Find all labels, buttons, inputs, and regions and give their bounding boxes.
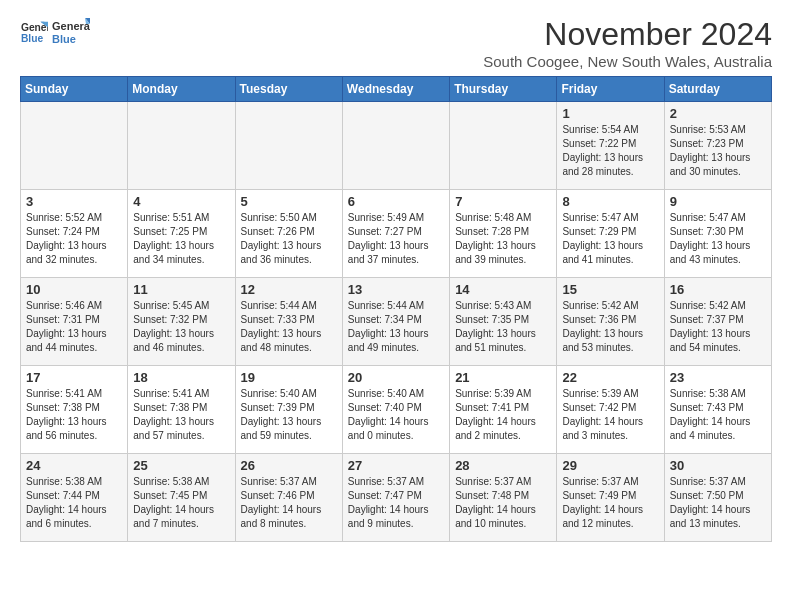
- day-cell: 18Sunrise: 5:41 AM Sunset: 7:38 PM Dayli…: [128, 366, 235, 454]
- day-info: Sunrise: 5:38 AM Sunset: 7:45 PM Dayligh…: [133, 475, 229, 531]
- day-number: 8: [562, 194, 658, 209]
- day-number: 15: [562, 282, 658, 297]
- day-info: Sunrise: 5:49 AM Sunset: 7:27 PM Dayligh…: [348, 211, 444, 267]
- day-info: Sunrise: 5:52 AM Sunset: 7:24 PM Dayligh…: [26, 211, 122, 267]
- day-cell: 21Sunrise: 5:39 AM Sunset: 7:41 PM Dayli…: [450, 366, 557, 454]
- day-info: Sunrise: 5:42 AM Sunset: 7:37 PM Dayligh…: [670, 299, 766, 355]
- day-info: Sunrise: 5:51 AM Sunset: 7:25 PM Dayligh…: [133, 211, 229, 267]
- header-cell-friday: Friday: [557, 77, 664, 102]
- day-cell: 29Sunrise: 5:37 AM Sunset: 7:49 PM Dayli…: [557, 454, 664, 542]
- calendar: SundayMondayTuesdayWednesdayThursdayFrid…: [20, 76, 772, 542]
- logo: General Blue General Blue: [20, 16, 90, 48]
- day-cell: 13Sunrise: 5:44 AM Sunset: 7:34 PM Dayli…: [342, 278, 449, 366]
- day-number: 25: [133, 458, 229, 473]
- week-row: 17Sunrise: 5:41 AM Sunset: 7:38 PM Dayli…: [21, 366, 772, 454]
- title-area: November 2024 South Coogee, New South Wa…: [483, 16, 772, 70]
- day-info: Sunrise: 5:39 AM Sunset: 7:41 PM Dayligh…: [455, 387, 551, 443]
- day-cell: 27Sunrise: 5:37 AM Sunset: 7:47 PM Dayli…: [342, 454, 449, 542]
- day-info: Sunrise: 5:53 AM Sunset: 7:23 PM Dayligh…: [670, 123, 766, 179]
- month-title: November 2024: [483, 16, 772, 53]
- day-cell: [128, 102, 235, 190]
- day-number: 27: [348, 458, 444, 473]
- header: General Blue General Blue November 2024 …: [20, 16, 772, 70]
- logo-graphic: General Blue: [52, 16, 90, 48]
- day-number: 17: [26, 370, 122, 385]
- day-number: 3: [26, 194, 122, 209]
- logo-icon: General Blue: [20, 18, 48, 46]
- header-row: SundayMondayTuesdayWednesdayThursdayFrid…: [21, 77, 772, 102]
- week-row: 10Sunrise: 5:46 AM Sunset: 7:31 PM Dayli…: [21, 278, 772, 366]
- day-info: Sunrise: 5:44 AM Sunset: 7:34 PM Dayligh…: [348, 299, 444, 355]
- day-cell: [21, 102, 128, 190]
- day-info: Sunrise: 5:41 AM Sunset: 7:38 PM Dayligh…: [133, 387, 229, 443]
- week-row: 24Sunrise: 5:38 AM Sunset: 7:44 PM Dayli…: [21, 454, 772, 542]
- day-cell: 4Sunrise: 5:51 AM Sunset: 7:25 PM Daylig…: [128, 190, 235, 278]
- day-number: 12: [241, 282, 337, 297]
- day-info: Sunrise: 5:50 AM Sunset: 7:26 PM Dayligh…: [241, 211, 337, 267]
- day-number: 24: [26, 458, 122, 473]
- day-cell: 23Sunrise: 5:38 AM Sunset: 7:43 PM Dayli…: [664, 366, 771, 454]
- subtitle: South Coogee, New South Wales, Australia: [483, 53, 772, 70]
- day-info: Sunrise: 5:38 AM Sunset: 7:43 PM Dayligh…: [670, 387, 766, 443]
- day-number: 26: [241, 458, 337, 473]
- week-row: 1Sunrise: 5:54 AM Sunset: 7:22 PM Daylig…: [21, 102, 772, 190]
- day-number: 1: [562, 106, 658, 121]
- day-cell: 7Sunrise: 5:48 AM Sunset: 7:28 PM Daylig…: [450, 190, 557, 278]
- day-cell: 24Sunrise: 5:38 AM Sunset: 7:44 PM Dayli…: [21, 454, 128, 542]
- header-cell-saturday: Saturday: [664, 77, 771, 102]
- day-number: 29: [562, 458, 658, 473]
- header-cell-wednesday: Wednesday: [342, 77, 449, 102]
- day-number: 4: [133, 194, 229, 209]
- day-info: Sunrise: 5:44 AM Sunset: 7:33 PM Dayligh…: [241, 299, 337, 355]
- day-number: 2: [670, 106, 766, 121]
- day-info: Sunrise: 5:38 AM Sunset: 7:44 PM Dayligh…: [26, 475, 122, 531]
- day-info: Sunrise: 5:43 AM Sunset: 7:35 PM Dayligh…: [455, 299, 551, 355]
- day-cell: [235, 102, 342, 190]
- day-number: 23: [670, 370, 766, 385]
- day-cell: 5Sunrise: 5:50 AM Sunset: 7:26 PM Daylig…: [235, 190, 342, 278]
- day-number: 6: [348, 194, 444, 209]
- day-cell: 11Sunrise: 5:45 AM Sunset: 7:32 PM Dayli…: [128, 278, 235, 366]
- day-info: Sunrise: 5:37 AM Sunset: 7:46 PM Dayligh…: [241, 475, 337, 531]
- day-cell: 2Sunrise: 5:53 AM Sunset: 7:23 PM Daylig…: [664, 102, 771, 190]
- day-number: 20: [348, 370, 444, 385]
- calendar-header: SundayMondayTuesdayWednesdayThursdayFrid…: [21, 77, 772, 102]
- day-number: 28: [455, 458, 551, 473]
- day-info: Sunrise: 5:47 AM Sunset: 7:30 PM Dayligh…: [670, 211, 766, 267]
- day-cell: [450, 102, 557, 190]
- day-number: 7: [455, 194, 551, 209]
- day-cell: 25Sunrise: 5:38 AM Sunset: 7:45 PM Dayli…: [128, 454, 235, 542]
- day-number: 22: [562, 370, 658, 385]
- day-number: 5: [241, 194, 337, 209]
- svg-text:Blue: Blue: [52, 33, 76, 45]
- day-cell: 9Sunrise: 5:47 AM Sunset: 7:30 PM Daylig…: [664, 190, 771, 278]
- day-info: Sunrise: 5:37 AM Sunset: 7:48 PM Dayligh…: [455, 475, 551, 531]
- day-info: Sunrise: 5:45 AM Sunset: 7:32 PM Dayligh…: [133, 299, 229, 355]
- day-number: 10: [26, 282, 122, 297]
- calendar-body: 1Sunrise: 5:54 AM Sunset: 7:22 PM Daylig…: [21, 102, 772, 542]
- day-cell: 1Sunrise: 5:54 AM Sunset: 7:22 PM Daylig…: [557, 102, 664, 190]
- day-number: 9: [670, 194, 766, 209]
- day-cell: 8Sunrise: 5:47 AM Sunset: 7:29 PM Daylig…: [557, 190, 664, 278]
- day-number: 21: [455, 370, 551, 385]
- day-number: 13: [348, 282, 444, 297]
- day-info: Sunrise: 5:41 AM Sunset: 7:38 PM Dayligh…: [26, 387, 122, 443]
- day-info: Sunrise: 5:46 AM Sunset: 7:31 PM Dayligh…: [26, 299, 122, 355]
- day-info: Sunrise: 5:37 AM Sunset: 7:50 PM Dayligh…: [670, 475, 766, 531]
- week-row: 3Sunrise: 5:52 AM Sunset: 7:24 PM Daylig…: [21, 190, 772, 278]
- day-cell: 19Sunrise: 5:40 AM Sunset: 7:39 PM Dayli…: [235, 366, 342, 454]
- day-info: Sunrise: 5:42 AM Sunset: 7:36 PM Dayligh…: [562, 299, 658, 355]
- day-number: 19: [241, 370, 337, 385]
- svg-text:Blue: Blue: [21, 33, 44, 44]
- day-cell: 14Sunrise: 5:43 AM Sunset: 7:35 PM Dayli…: [450, 278, 557, 366]
- day-info: Sunrise: 5:37 AM Sunset: 7:49 PM Dayligh…: [562, 475, 658, 531]
- day-number: 30: [670, 458, 766, 473]
- day-cell: 22Sunrise: 5:39 AM Sunset: 7:42 PM Dayli…: [557, 366, 664, 454]
- day-cell: 15Sunrise: 5:42 AM Sunset: 7:36 PM Dayli…: [557, 278, 664, 366]
- header-cell-thursday: Thursday: [450, 77, 557, 102]
- day-cell: 16Sunrise: 5:42 AM Sunset: 7:37 PM Dayli…: [664, 278, 771, 366]
- day-info: Sunrise: 5:37 AM Sunset: 7:47 PM Dayligh…: [348, 475, 444, 531]
- day-cell: 12Sunrise: 5:44 AM Sunset: 7:33 PM Dayli…: [235, 278, 342, 366]
- day-info: Sunrise: 5:54 AM Sunset: 7:22 PM Dayligh…: [562, 123, 658, 179]
- day-number: 11: [133, 282, 229, 297]
